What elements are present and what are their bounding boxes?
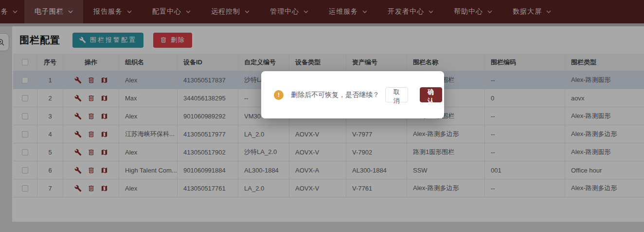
warning-icon: ! [274,90,284,100]
confirm-button[interactable]: 确认 [420,87,442,102]
cancel-button[interactable]: 取消 [385,87,408,102]
dialog-message: 删除后不可恢复，是否继续？ [291,91,379,99]
delete-confirm-dialog: ! 删除后不可恢复，是否继续？ 取消 确认 [261,71,444,118]
